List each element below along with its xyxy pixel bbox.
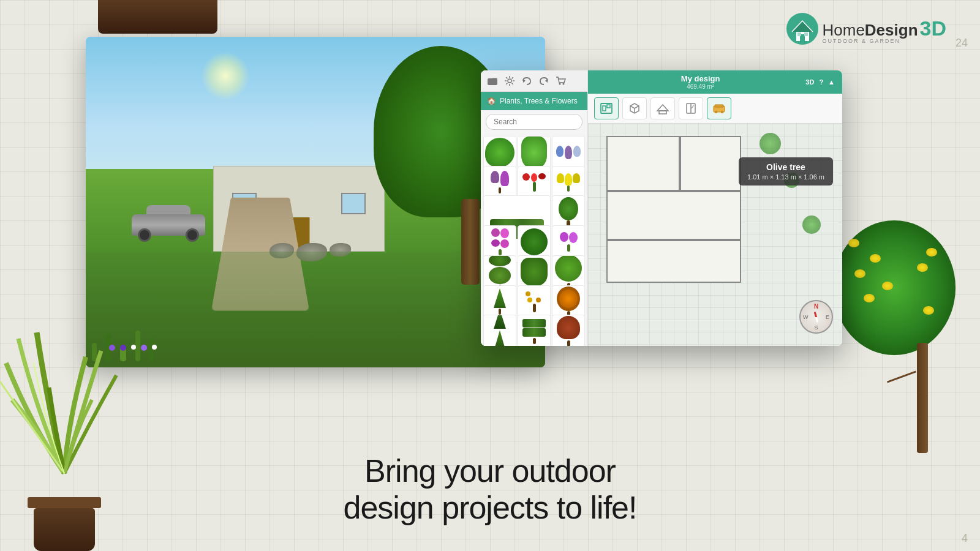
furniture-button[interactable] xyxy=(707,97,731,119)
app-panel: 🏠 Plants, Trees & Flowers ✕ xyxy=(481,70,842,346)
sun-flare xyxy=(201,51,250,100)
category-label: Plants, Trees & Flowers xyxy=(500,97,578,105)
door-window-button[interactable] xyxy=(679,97,703,119)
compass-west: W xyxy=(803,314,809,320)
lemon-3 xyxy=(854,269,865,278)
logo-text-area: Home Design 3D OUTDOOR & GARDEN xyxy=(822,17,946,44)
floor-plan-area[interactable]: Olive tree 1.01 m × 1.13 m × 1.06 m N S … xyxy=(588,124,842,346)
logo-icon-area xyxy=(786,12,820,48)
panel-toolbar xyxy=(481,70,587,92)
plant-item-12[interactable] xyxy=(483,255,516,288)
pot-rim xyxy=(28,497,101,508)
room-1 xyxy=(606,136,680,191)
lemon-7 xyxy=(864,294,875,302)
plant-grid xyxy=(481,133,587,346)
3d-view-button[interactable]: 3D xyxy=(805,78,814,86)
plant-item-14[interactable] xyxy=(552,255,585,288)
measurements-right: 24 xyxy=(956,37,968,57)
logo: Home Design 3D OUTDOOR & GARDEN xyxy=(786,12,946,48)
project-name: My design xyxy=(595,74,805,83)
panel-top-bar: My design 469.49 m² 3D ? ▲ xyxy=(588,70,842,94)
svg-rect-16 xyxy=(721,111,723,113)
plant-item-6[interactable] xyxy=(552,166,585,199)
project-size: 469.49 m² xyxy=(595,83,805,90)
plant-item-16[interactable] xyxy=(518,285,551,318)
collapse-button[interactable]: ▲ xyxy=(828,78,835,86)
compass-circle: N S E W xyxy=(799,300,833,334)
lemon-2 xyxy=(870,254,881,263)
tagline: Bring your outdoor design projects to li… xyxy=(172,453,809,527)
svg-point-4 xyxy=(559,83,561,85)
panel-tools-bar xyxy=(588,94,842,124)
plant-item-3[interactable] xyxy=(552,136,585,169)
logo-home: Home xyxy=(822,21,864,40)
compass-north: N xyxy=(814,303,818,310)
cart-icon[interactable] xyxy=(554,74,568,88)
category-header[interactable]: 🏠 Plants, Trees & Flowers xyxy=(481,92,587,110)
logo-3d: 3D xyxy=(920,17,946,40)
plant-item-1[interactable] xyxy=(483,136,516,169)
car xyxy=(132,211,205,242)
tagline-line1: Bring your outdoor xyxy=(172,453,809,490)
soil-patch xyxy=(98,0,217,34)
lemon-8 xyxy=(923,306,934,315)
compass-east: E xyxy=(826,314,829,320)
search-box[interactable]: ✕ xyxy=(486,114,582,130)
svg-rect-10 xyxy=(607,105,610,108)
measurements-bottom: 4 xyxy=(962,532,968,545)
spider-plant-leaves xyxy=(0,302,135,498)
compass-needle xyxy=(814,311,819,322)
room-4 xyxy=(606,240,741,283)
plant-item-13[interactable] xyxy=(518,255,551,288)
plant-item-2[interactable] xyxy=(518,136,551,169)
plant-item-20[interactable] xyxy=(552,315,585,346)
floorplan-2d-button[interactable] xyxy=(594,97,619,119)
svg-rect-15 xyxy=(715,111,717,113)
lemon-4 xyxy=(926,248,937,257)
plant-item-11[interactable] xyxy=(552,225,585,258)
project-title-area: My design 469.49 m² xyxy=(595,74,805,90)
olive-tree-tooltip: Olive tree 1.01 m × 1.13 m × 1.06 m xyxy=(739,157,833,186)
lemon-5 xyxy=(882,282,893,290)
home-icon: 🏠 xyxy=(487,97,496,105)
spider-plant xyxy=(0,302,135,551)
car-wheel-front xyxy=(186,228,199,242)
compass: N S E W xyxy=(799,300,833,334)
svg-rect-22 xyxy=(804,32,808,36)
3d-box-button[interactable] xyxy=(622,97,647,119)
svg-rect-21 xyxy=(797,32,801,36)
undo-icon[interactable] xyxy=(520,74,533,88)
tagline-line2: design projects to life! xyxy=(172,490,809,527)
scene-3d-screenshot xyxy=(86,37,545,367)
room-3 xyxy=(606,191,741,240)
plant-item-18[interactable] xyxy=(483,315,516,346)
lemon-6 xyxy=(917,263,928,272)
svg-marker-2 xyxy=(523,79,526,83)
plant-item-9[interactable] xyxy=(483,225,516,258)
plant-item-15[interactable] xyxy=(483,285,516,318)
plan-tree-3 xyxy=(802,216,821,234)
roof-button[interactable] xyxy=(650,97,675,119)
svg-rect-17 xyxy=(715,105,723,107)
help-button[interactable]: ? xyxy=(819,78,823,86)
panel-right: My design 469.49 m² 3D ? ▲ xyxy=(588,70,842,346)
logo-house-icon xyxy=(786,12,820,46)
search-input[interactable] xyxy=(494,118,586,126)
lemon-1 xyxy=(848,239,859,247)
compass-south: S xyxy=(814,324,818,331)
plant-item-10[interactable] xyxy=(518,225,551,258)
plant-item-5[interactable] xyxy=(518,166,551,199)
olive-tree-name: Olive tree xyxy=(747,162,824,172)
plant-item-17[interactable] xyxy=(552,285,585,318)
redo-icon[interactable] xyxy=(537,74,551,88)
folder-icon[interactable] xyxy=(486,74,499,88)
lemon-canopy xyxy=(833,220,956,355)
plant-item-19[interactable] xyxy=(518,315,551,346)
svg-marker-3 xyxy=(545,79,548,83)
plant-item-8[interactable] xyxy=(552,195,585,228)
house-window-right xyxy=(341,193,366,214)
car-wheel-back xyxy=(138,228,151,242)
settings-icon[interactable] xyxy=(503,74,516,88)
lemon-tree xyxy=(889,220,956,453)
plant-item-4[interactable] xyxy=(483,166,516,199)
